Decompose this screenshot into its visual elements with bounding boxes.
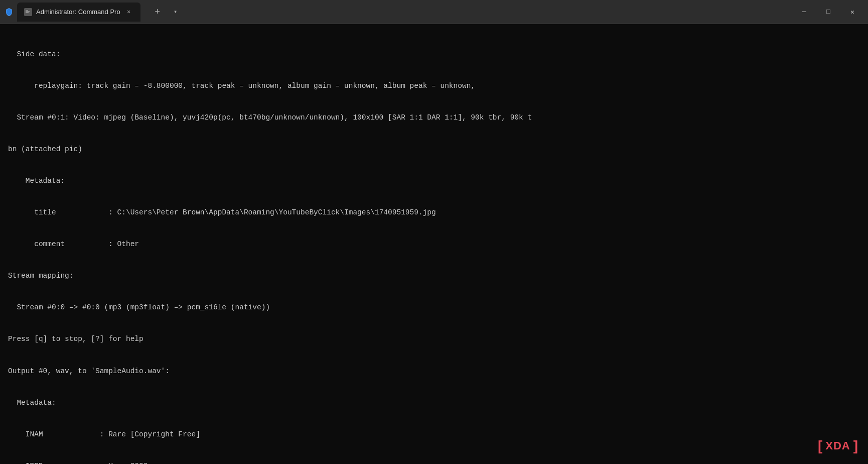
close-button[interactable]: ✕: [841, 4, 864, 20]
shield-icon: [4, 7, 14, 17]
terminal-line-11: Output #0, wav, to 'SampleAudio.wav':: [8, 366, 860, 377]
terminal-line-13: INAM : Rare [Copyright Free]: [8, 429, 860, 440]
terminal-line-1: Side data:: [8, 49, 860, 60]
terminal-line-4: bn (attached pic): [8, 144, 860, 155]
window-controls: ─ □ ✕: [793, 4, 864, 20]
svg-rect-2: [26, 11, 30, 12]
terminal-window: Administrator: Command Pro ✕ + ▾ ─ □ ✕ S…: [0, 0, 868, 464]
title-bar: Administrator: Command Pro ✕ + ▾ ─ □ ✕: [0, 0, 868, 24]
terminal-line-14: IPRD : Year 2023: [8, 461, 860, 464]
tab-title: Administrator: Command Pro: [36, 8, 120, 16]
title-bar-actions: + ▾: [150, 4, 184, 20]
terminal-line-9: Stream #0:0 –> #0:0 (mp3 (mp3float) –> p…: [8, 302, 860, 313]
xda-bracket-left: [: [818, 438, 822, 454]
tab-icon: [24, 8, 32, 16]
terminal-line-2: replaygain: track gain – -8.800000, trac…: [8, 81, 860, 91]
xda-logo-text: XDA: [825, 439, 850, 452]
terminal-body[interactable]: Side data: replaygain: track gain – -8.8…: [0, 24, 868, 464]
svg-rect-1: [26, 10, 28, 11]
new-tab-button[interactable]: +: [150, 4, 166, 20]
svg-rect-3: [26, 12, 29, 13]
terminal-output: Side data: replaygain: track gain – -8.8…: [8, 28, 860, 464]
xda-watermark: [ XDA ]: [818, 438, 858, 454]
terminal-line-8: Stream mapping:: [8, 271, 860, 281]
terminal-line-7: comment : Other: [8, 239, 860, 250]
terminal-line-5: Metadata:: [8, 176, 860, 186]
terminal-line-6: title : C:\Users\Peter Brown\AppData\Roa…: [8, 207, 860, 218]
terminal-line-3: Stream #0:1: Video: mjpeg (Baseline), yu…: [8, 112, 860, 123]
active-tab[interactable]: Administrator: Command Pro ✕: [17, 3, 140, 22]
maximize-button[interactable]: □: [817, 4, 840, 20]
dropdown-button[interactable]: ▾: [168, 4, 184, 20]
terminal-line-10: Press [q] to stop, [?] for help: [8, 334, 860, 344]
title-bar-left: Administrator: Command Pro ✕ + ▾: [4, 3, 793, 22]
minimize-button[interactable]: ─: [793, 4, 816, 20]
terminal-line-12: Metadata:: [8, 398, 860, 408]
tab-close-button[interactable]: ✕: [124, 8, 133, 17]
xda-bracket-right: ]: [853, 438, 858, 454]
